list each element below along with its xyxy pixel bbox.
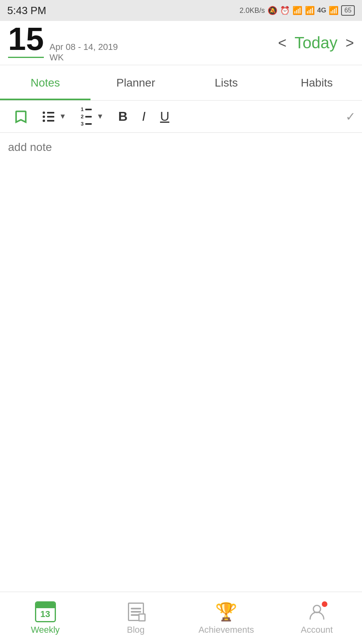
bookmark-button[interactable]: [6, 101, 35, 132]
person-icon: [306, 601, 327, 622]
account-label: Account: [301, 625, 333, 635]
alarm-icon: ⏰: [280, 6, 290, 15]
status-bar: 5:43 PM 2.0KB/s 🔕 ⏰ 📶 📶 4G 📶 65: [0, 0, 362, 21]
status-icons: 2.0KB/s 🔕 ⏰ 📶 📶 4G 📶 65: [239, 5, 355, 16]
signal-icon-2: 📶: [305, 6, 315, 15]
network-type-icon: 4G: [317, 6, 327, 14]
ordered-list-button[interactable]: 1 2 3 ▼: [74, 101, 111, 132]
confirm-button[interactable]: ✓: [346, 109, 356, 124]
note-input[interactable]: [8, 141, 354, 503]
bold-button[interactable]: B: [111, 101, 135, 132]
mute-icon: 🔕: [267, 6, 278, 15]
blog-icon: [125, 601, 146, 622]
bullet-list-icon: [43, 111, 54, 122]
bottom-nav-account[interactable]: Account: [272, 601, 362, 635]
ordered-list-caret: ▼: [97, 112, 104, 121]
weekly-label: Weekly: [31, 625, 60, 635]
week-info: Apr 08 - 14, 2019 WK: [49, 42, 118, 63]
achievements-label: Achievements: [198, 625, 254, 635]
note-area[interactable]: [0, 133, 362, 513]
trophy-icon: 🏆: [215, 601, 237, 622]
header: 15 Apr 08 - 14, 2019 WK < Today >: [0, 21, 362, 65]
tab-notes[interactable]: Notes: [0, 65, 90, 100]
bookmark-icon: [14, 109, 28, 124]
tab-bar: Notes Planner Lists Habits: [0, 65, 362, 101]
next-week-button[interactable]: >: [346, 35, 354, 52]
bottom-nav-weekly[interactable]: 13 Weekly: [0, 601, 90, 635]
formatting-toolbar: ▼ 1 2 3 ▼ B I U ✓: [0, 101, 362, 133]
today-button[interactable]: Today: [294, 34, 337, 52]
battery-indicator: 65: [341, 5, 355, 16]
tab-habits[interactable]: Habits: [272, 65, 362, 100]
header-nav: < Today >: [278, 34, 354, 52]
wifi-icon: 📶: [329, 6, 339, 15]
status-time: 5:43 PM: [7, 4, 46, 17]
underline-button[interactable]: U: [153, 101, 177, 132]
bullet-list-button[interactable]: ▼: [35, 101, 74, 132]
tab-lists[interactable]: Lists: [181, 65, 272, 100]
network-speed: 2.0KB/s: [239, 6, 265, 15]
tab-planner[interactable]: Planner: [90, 65, 181, 100]
date-range: Apr 08 - 14, 2019: [49, 42, 118, 52]
calendar-icon: 13: [35, 601, 56, 622]
week-number: 15: [8, 23, 44, 58]
blog-label: Blog: [127, 625, 144, 635]
bullet-list-caret: ▼: [59, 112, 66, 121]
bottom-nav-achievements[interactable]: 🏆 Achievements: [181, 601, 272, 635]
bottom-nav-blog[interactable]: Blog: [90, 601, 181, 635]
notification-dot: [322, 601, 327, 607]
ordered-list-icon: 1 2 3: [81, 106, 92, 127]
prev-week-button[interactable]: <: [278, 35, 286, 52]
bottom-nav: 13 Weekly Blog 🏆 Achievements Account: [0, 592, 362, 644]
svg-point-0: [313, 605, 321, 613]
header-left: 15 Apr 08 - 14, 2019 WK: [8, 23, 118, 63]
wk-label: WK: [49, 52, 118, 63]
italic-button[interactable]: I: [135, 101, 153, 132]
signal-icon: 📶: [292, 6, 302, 15]
